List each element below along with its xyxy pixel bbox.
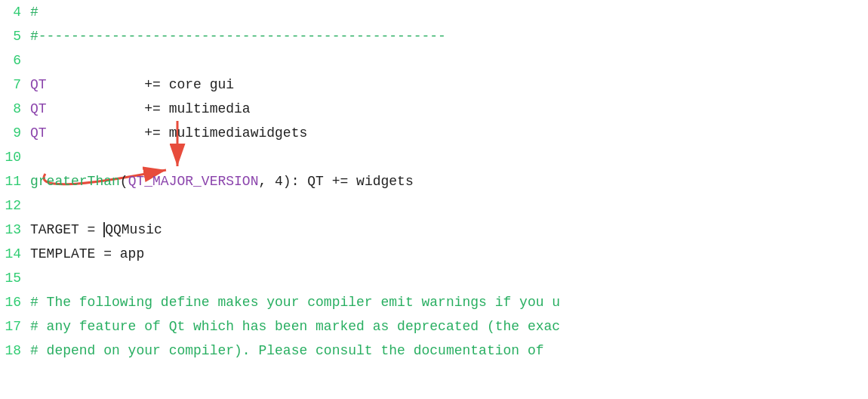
line-content-5: #---------------------------------------… bbox=[30, 24, 868, 48]
line-content-10 bbox=[30, 145, 868, 169]
code-line-14: 14TEMPLATE = app bbox=[0, 242, 868, 266]
code-line-12: 12 bbox=[0, 193, 868, 218]
code-token: TARGET = bbox=[30, 222, 103, 237]
line-number-5: 5 bbox=[0, 24, 21, 48]
code-line-18: 18# depend on your compiler). Please con… bbox=[0, 339, 868, 363]
code-line-10: 10 bbox=[0, 145, 868, 169]
line-number-13: 13 bbox=[0, 218, 21, 242]
line-number-16: 16 bbox=[0, 290, 21, 314]
line-content-18: # depend on your compiler). Please consu… bbox=[30, 339, 868, 363]
code-token: , 4): QT += widgets bbox=[258, 174, 413, 189]
line-number-10: 10 bbox=[0, 145, 21, 169]
line-content-6 bbox=[30, 48, 868, 73]
line-content-11: greaterThan(QT_MAJOR_VERSION, 4): QT += … bbox=[30, 169, 868, 193]
line-content-14: TEMPLATE = app bbox=[30, 242, 868, 266]
code-line-16: 16# The following define makes your comp… bbox=[0, 290, 868, 314]
code-line-13: 13TARGET = QQMusic bbox=[0, 218, 868, 242]
code-editor: 4#5#------------------------------------… bbox=[0, 0, 868, 399]
code-token: QQMusic bbox=[105, 222, 162, 237]
line-content-15 bbox=[30, 266, 868, 290]
code-token: # bbox=[30, 5, 38, 20]
line-number-12: 12 bbox=[0, 193, 21, 218]
code-token: ( bbox=[120, 174, 128, 189]
code-content: 4#5#------------------------------------… bbox=[0, 0, 868, 363]
line-number-15: 15 bbox=[0, 266, 21, 290]
line-number-4: 4 bbox=[0, 0, 21, 24]
line-number-18: 18 bbox=[0, 339, 21, 363]
code-token: # The following define makes your compil… bbox=[30, 295, 560, 310]
code-token: += multimedia bbox=[47, 101, 251, 116]
line-number-14: 14 bbox=[0, 242, 21, 266]
code-token: += core gui bbox=[47, 77, 234, 92]
line-content-13: TARGET = QQMusic bbox=[30, 218, 868, 242]
line-content-16: # The following define makes your compil… bbox=[30, 290, 868, 314]
code-token: QT bbox=[30, 101, 47, 116]
line-number-9: 9 bbox=[0, 121, 21, 145]
line-content-9: QT += multimediawidgets bbox=[30, 121, 868, 145]
code-token: # any feature of Qt which has been marke… bbox=[30, 319, 560, 334]
line-content-12 bbox=[30, 193, 868, 218]
code-line-15: 15 bbox=[0, 266, 868, 290]
code-line-4: 4# bbox=[0, 0, 868, 24]
line-number-7: 7 bbox=[0, 73, 21, 97]
code-token: QT bbox=[30, 125, 47, 141]
code-line-5: 5#--------------------------------------… bbox=[0, 24, 868, 48]
code-token: #---------------------------------------… bbox=[30, 29, 446, 44]
code-token: QT_MAJOR_VERSION bbox=[128, 174, 259, 189]
line-number-17: 17 bbox=[0, 314, 21, 339]
code-line-7: 7QT += core gui bbox=[0, 73, 868, 97]
line-content-8: QT += multimedia bbox=[30, 97, 868, 121]
code-line-9: 9QT += multimediawidgets bbox=[0, 121, 868, 145]
code-token: QT bbox=[30, 77, 47, 92]
code-token: greaterThan bbox=[30, 174, 120, 189]
code-line-17: 17# any feature of Qt which has been mar… bbox=[0, 314, 868, 339]
line-number-6: 6 bbox=[0, 48, 21, 73]
code-line-11: 11greaterThan(QT_MAJOR_VERSION, 4): QT +… bbox=[0, 169, 868, 193]
line-content-7: QT += core gui bbox=[30, 73, 868, 97]
line-content-4: # bbox=[30, 0, 868, 24]
code-token: TEMPLATE = app bbox=[30, 246, 144, 261]
code-line-6: 6 bbox=[0, 48, 868, 73]
line-number-11: 11 bbox=[0, 169, 21, 193]
line-content-17: # any feature of Qt which has been marke… bbox=[30, 314, 868, 339]
code-line-8: 8QT += multimedia bbox=[0, 97, 868, 121]
code-token: # depend on your compiler). Please consu… bbox=[30, 343, 544, 358]
line-number-8: 8 bbox=[0, 97, 21, 121]
code-token: += multimediawidgets bbox=[47, 125, 308, 141]
